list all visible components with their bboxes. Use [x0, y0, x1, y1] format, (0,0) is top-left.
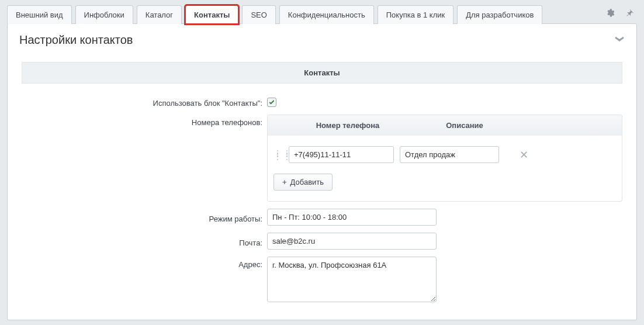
phones-table: Номер телефона Описание ⋮⋮⋮⋮ ✕ + — [267, 115, 622, 202]
tab-label: SEO — [251, 11, 266, 19]
phone-desc-input[interactable] — [400, 146, 499, 163]
address-label: Адрес: — [22, 257, 267, 269]
phone-row: ⋮⋮⋮⋮ ✕ — [273, 146, 616, 163]
tab-label: Контакты — [194, 11, 230, 19]
tab-appearance[interactable]: Внешний вид — [7, 5, 72, 24]
tabs-bar: Внешний вид Инфоблоки Каталог Контакты S… — [0, 0, 644, 23]
tab-label: Инфоблоки — [84, 11, 124, 19]
schedule-input[interactable] — [267, 209, 437, 226]
tab-catalog[interactable]: Каталог — [137, 5, 182, 24]
schedule-label: Режим работы: — [22, 211, 267, 223]
collapse-icon[interactable] — [614, 36, 625, 45]
address-textarea[interactable] — [267, 257, 437, 302]
plus-icon: + — [282, 178, 287, 186]
panel-title: Настройки контактов — [19, 33, 614, 47]
phones-table-body: ⋮⋮⋮⋮ ✕ + Добавить — [268, 136, 622, 201]
settings-panel: Настройки контактов Контакты Использоват… — [7, 23, 637, 320]
email-label: Почта: — [22, 235, 267, 247]
tab-label: Каталог — [146, 11, 173, 19]
phones-col-phone: Номер телефона — [286, 115, 409, 136]
tab-contacts[interactable]: Контакты — [185, 5, 238, 24]
delete-row-icon[interactable]: ✕ — [517, 148, 531, 161]
section-header: Контакты — [22, 62, 622, 84]
tab-label: Конфиденциальность — [288, 11, 365, 19]
row-address: Адрес: — [22, 257, 622, 304]
tab-infoblocks[interactable]: Инфоблоки — [75, 5, 133, 24]
add-phone-button[interactable]: + Добавить — [273, 174, 333, 191]
panel-header: Настройки контактов — [8, 24, 636, 56]
panel-body: Контакты Использовать блок "Контакты": Н… — [8, 56, 636, 320]
use-block-checkbox[interactable] — [267, 98, 276, 107]
phones-table-head: Номер телефона Описание — [268, 115, 622, 136]
row-use-block: Использовать блок "Контакты": — [22, 95, 622, 108]
add-phone-label: Добавить — [290, 178, 324, 186]
tab-label: Внешний вид — [16, 11, 63, 19]
tab-developers[interactable]: Для разработчиков — [457, 5, 542, 24]
drag-handle-icon[interactable]: ⋮⋮⋮⋮ — [273, 151, 283, 158]
phone-number-input[interactable] — [289, 146, 394, 163]
row-email: Почта: — [22, 233, 622, 250]
email-input[interactable] — [267, 233, 437, 250]
tab-seo[interactable]: SEO — [242, 5, 275, 24]
phones-label: Номера телефонов: — [22, 115, 267, 127]
pin-icon[interactable] — [622, 5, 637, 23]
tab-label: Покупка в 1 клик — [386, 11, 445, 19]
tab-label: Для разработчиков — [466, 11, 534, 19]
phones-col-desc: Описание — [409, 115, 520, 136]
tab-privacy[interactable]: Конфиденциальность — [279, 5, 374, 24]
use-block-label: Использовать блок "Контакты": — [22, 95, 267, 108]
row-schedule: Режим работы: — [22, 209, 622, 226]
row-phones: Номера телефонов: Номер телефона Описани… — [22, 115, 622, 202]
tab-oneclick[interactable]: Покупка в 1 клик — [378, 5, 454, 24]
gear-icon[interactable] — [602, 5, 618, 23]
